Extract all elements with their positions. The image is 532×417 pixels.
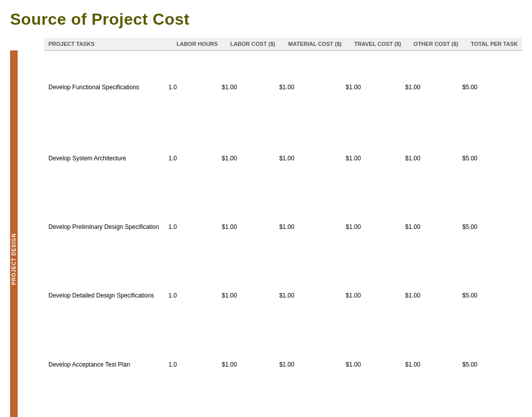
travel_cost-cell: $1.00	[346, 193, 405, 261]
table-row: PROJECT DESIGNDevelop Functional Specifi…	[10, 50, 522, 124]
col-labor-cost: LABOR COST ($)	[222, 38, 279, 50]
cost-table: PROJECT TASKS LABOR HOURS LABOR COST ($)…	[10, 38, 522, 417]
table-row: Develop Acceptance Test Plan1.0$1.00$1.0…	[10, 330, 522, 399]
travel_cost-cell: $1.00	[346, 330, 405, 399]
subtotal-labor_cost: $5.00	[222, 399, 279, 417]
table-header: PROJECT TASKS LABOR HOURS LABOR COST ($)…	[10, 38, 522, 50]
other_cost-cell: $1.00	[405, 261, 462, 330]
material_cost-cell: $1.00	[279, 330, 346, 399]
other_cost-cell: $1.00	[405, 193, 462, 261]
labor_hours-cell: 1.0	[168, 261, 222, 330]
total-cell: $5.00	[462, 193, 522, 261]
labor_hours-cell: 1.0	[168, 193, 222, 261]
travel_cost-cell: $1.00	[346, 124, 405, 193]
labor_cost-cell: $1.00	[222, 330, 279, 399]
col-tasks: PROJECT TASKS	[44, 38, 168, 50]
subtotal-row: Subtotal5.0$5.00$5.00$5.00$5.00$25.00	[10, 399, 522, 417]
subtotal-label: Subtotal	[44, 399, 168, 417]
task-name: Develop System Architecture	[44, 124, 168, 193]
subtotal-labor_hours: 5.0	[168, 399, 222, 417]
material_cost-cell: $1.00	[279, 124, 346, 193]
labor_cost-cell: $1.00	[222, 261, 279, 330]
labor_hours-cell: 1.0	[168, 330, 222, 399]
other_cost-cell: $1.00	[405, 50, 462, 124]
labor_cost-cell: $1.00	[222, 193, 279, 261]
task-name: Develop Detailed Design Specifications	[44, 261, 168, 330]
material_cost-cell: $1.00	[279, 261, 346, 330]
travel_cost-cell: $1.00	[346, 50, 405, 124]
table-row: Develop Detailed Design Specifications1.…	[10, 261, 522, 330]
total-cell: $5.00	[462, 330, 522, 399]
col-travel-cost: TRAVEL COST ($)	[346, 38, 405, 50]
task-name: Develop Functional Specifications	[44, 50, 168, 124]
labor_cost-cell: $1.00	[222, 50, 279, 124]
col-other-cost: OTHER COST ($)	[405, 38, 462, 50]
subtotal-material_cost: $5.00	[279, 399, 346, 417]
travel_cost-cell: $1.00	[346, 261, 405, 330]
total-cell: $5.00	[462, 124, 522, 193]
total-cell: $5.00	[462, 261, 522, 330]
task-name: Develop Preliminary Design Specification	[44, 193, 168, 261]
task-name: Develop Acceptance Test Plan	[44, 330, 168, 399]
table-row: Develop System Architecture1.0$1.00$1.00…	[10, 124, 522, 193]
table-row: Develop Preliminary Design Specification…	[10, 193, 522, 261]
subtotal-total: $25.00	[462, 399, 522, 417]
col-material-cost: MATERIAL COST ($)	[279, 38, 346, 50]
total-cell: $5.00	[462, 50, 522, 124]
other_cost-cell: $1.00	[405, 330, 462, 399]
cost-table-wrapper: PROJECT TASKS LABOR HOURS LABOR COST ($)…	[10, 38, 522, 417]
subtotal-travel_cost: $5.00	[346, 399, 405, 417]
subtotal-other_cost: $5.00	[405, 399, 462, 417]
col-total: TOTAL PER TASK	[462, 38, 522, 50]
material_cost-cell: $1.00	[279, 50, 346, 124]
labor_cost-cell: $1.00	[222, 124, 279, 193]
labor_hours-cell: 1.0	[168, 50, 222, 124]
col-labor-hours: LABOR HOURS	[168, 38, 222, 50]
labor_hours-cell: 1.0	[168, 124, 222, 193]
page-title: Source of Project Cost	[10, 10, 522, 29]
material_cost-cell: $1.00	[279, 193, 346, 261]
other_cost-cell: $1.00	[405, 124, 462, 193]
